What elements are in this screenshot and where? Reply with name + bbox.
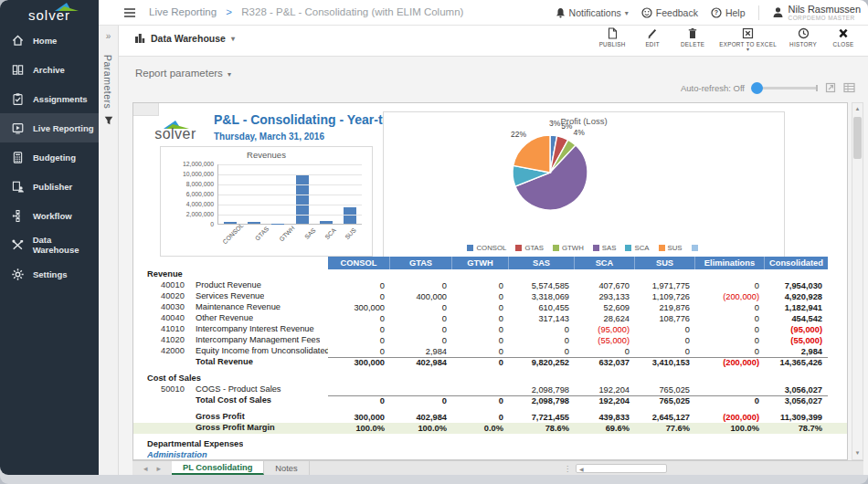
scroll-up-button[interactable]: ▲	[852, 103, 863, 115]
table-row: Cost of Sales	[133, 374, 848, 384]
sidebar-item-budgeting[interactable]: Budgeting	[0, 142, 99, 172]
sidebar: Home Archive Assignments Live Reporting …	[0, 26, 99, 475]
scrollbar-thumb[interactable]	[853, 117, 862, 159]
horizontal-scrollbar[interactable]: ◀	[576, 464, 667, 473]
cell-CONSOL: 300,000	[328, 302, 390, 313]
feedback-button[interactable]: Feedback	[641, 7, 698, 18]
export-to-excel-button[interactable]: EXPORT TO EXCEL ▾	[719, 27, 777, 51]
publish-icon	[607, 27, 618, 39]
app-logo-text: solver	[28, 7, 70, 23]
calculator-icon	[11, 151, 25, 164]
legend-swatch-icon	[553, 245, 559, 251]
notifications-button[interactable]: Notifications ▾	[556, 7, 629, 18]
cell-SAS: 78.6%	[509, 423, 575, 434]
chevron-down-icon: ▾	[231, 35, 235, 43]
row-label: Intercompany Management Fees	[196, 335, 320, 344]
cell-Eliminations: 0	[695, 346, 765, 357]
sidebar-item-data-warehouse[interactable]: Data Warehouse	[0, 230, 99, 259]
parameters-panel-label[interactable]: Parameters	[102, 55, 113, 109]
sidebar-item-settings[interactable]: Settings	[0, 259, 99, 289]
app-logo[interactable]: solver	[0, 0, 99, 26]
grid-view-icon[interactable]	[843, 82, 855, 93]
feedback-label: Feedback	[656, 7, 698, 18]
report-date: Thursday, March 31, 2016	[214, 132, 324, 142]
toolbar-button-label: CLOSE	[833, 41, 854, 47]
vertical-scrollbar[interactable]: ▲ ▼	[852, 102, 863, 460]
sidebar-item-publisher[interactable]: Publisher	[0, 172, 99, 201]
row-label: Other Revenue	[196, 313, 253, 322]
delete-button[interactable]: DELETE	[679, 27, 706, 51]
table-row: 40020Services Revenue0400,00003,318,0692…	[133, 291, 848, 302]
bar-x-tick-label: GTAS	[254, 226, 270, 242]
expand-parameters-button[interactable]: »	[99, 26, 118, 41]
sidebar-item-home[interactable]: Home	[0, 26, 99, 55]
sidebar-item-live-reporting[interactable]: Live Reporting	[0, 113, 99, 142]
cell-SUS: 77.6%	[635, 423, 695, 434]
chevron-down-icon: ▾	[625, 9, 629, 17]
tab-prev-arrow[interactable]: ◂	[143, 464, 148, 473]
cell-GTAS: 0	[390, 395, 452, 406]
pie-pct-label: 4%	[574, 128, 586, 137]
pie-legend-item: CONSOL	[467, 244, 506, 252]
account-code: 42000	[161, 346, 185, 355]
sidebar-item-label: Data Warehouse	[33, 235, 99, 255]
report-table: CONSOLGTASGTWHSASSCASUSEliminationsConso…	[133, 257, 848, 460]
pie-pct-label: 22%	[511, 130, 526, 139]
legend-swatch-icon	[625, 245, 631, 251]
cell-GTWH: 0	[452, 280, 509, 291]
filter-icon[interactable]	[103, 115, 114, 126]
sidebar-item-archive[interactable]: Archive	[0, 55, 99, 84]
breadcrumb-section[interactable]: Live Reporting	[149, 6, 217, 17]
sheet-tab-bar: ◂ ▸ PL Consolidating Notes ⋮ ◀	[132, 460, 863, 475]
drill-down-link[interactable]: Administration	[147, 450, 207, 459]
table-row: Revenue	[133, 269, 848, 280]
menu-icon[interactable]	[124, 8, 135, 10]
data-source-selector[interactable]: Data Warehouse ▾	[134, 33, 235, 44]
cell-Eliminations: 0	[695, 302, 765, 313]
cell-SAS: 317,143	[509, 313, 575, 324]
bar-y-tick-label: 6,000,000	[170, 191, 214, 197]
sidebar-item-workflow[interactable]: Workflow	[0, 201, 99, 230]
cell-SAS: 7,721,455	[509, 412, 575, 423]
publisher-icon	[11, 180, 25, 194]
user-menu[interactable]: Nils Rasmussen CorpDemo Master	[772, 4, 861, 21]
table-row: 40010Product Revenue0005,574,585407,6701…	[133, 280, 848, 291]
publish-button[interactable]: PUBLISH	[598, 27, 626, 51]
history-button[interactable]: HISTORY	[789, 27, 817, 51]
edit-button[interactable]: EDIT	[639, 27, 666, 51]
cell-SCA: 52,609	[575, 302, 635, 313]
sheet-tab-label: Notes	[275, 464, 297, 473]
bar-gridline	[218, 205, 362, 205]
report-parameters-label: Report parameters	[135, 68, 223, 79]
table-row: Total Revenue300,000402,98409,820,252632…	[133, 357, 848, 368]
cell-Consolidated: 7,954,030	[765, 280, 828, 291]
tab-pl-consolidating[interactable]: PL Consolidating	[172, 461, 264, 475]
help-button[interactable]: ? Help	[711, 7, 746, 18]
scroll-down-button[interactable]: ▼	[852, 447, 863, 459]
account-code: 40020	[161, 291, 185, 300]
sidebar-item-label: Workflow	[33, 211, 72, 221]
scroll-left-button[interactable]: ◀	[579, 466, 584, 472]
row-label: Equity Income from Unconsolidated Subsi	[196, 346, 328, 355]
cell-Consolidated: 3,056,027	[765, 384, 828, 395]
cell-SCA: (95,000)	[575, 324, 635, 335]
live-reporting-icon	[11, 121, 25, 135]
row-label: Gross Profit Margin	[196, 423, 275, 432]
cell-SAS: 2,098,798	[509, 395, 575, 406]
pencil-icon	[647, 27, 658, 39]
slider-knob[interactable]	[751, 82, 763, 94]
row-label: Product Revenue	[196, 280, 261, 289]
auto-refresh-slider[interactable]	[752, 87, 818, 89]
popout-icon[interactable]	[825, 82, 836, 93]
legend-label: GTWH	[562, 244, 584, 252]
report-parameters-toggle[interactable]: Report parameters▾	[135, 68, 231, 79]
tabbar-handle[interactable]: ⋮	[564, 465, 572, 473]
parameters-panel-collapsed: » Parameters	[99, 26, 119, 475]
report-toolbar: Data Warehouse ▾ PUBLISH EDIT DELETE	[119, 26, 868, 57]
close-button[interactable]: CLOSE	[830, 27, 857, 51]
cell-SAS: 0	[509, 324, 575, 335]
tab-next-arrow[interactable]: ▸	[157, 464, 162, 473]
sidebar-item-assignments[interactable]: Assignments	[0, 84, 99, 113]
tab-notes[interactable]: Notes	[264, 461, 309, 475]
bar-y-tick-label: 4,000,000	[170, 201, 214, 207]
